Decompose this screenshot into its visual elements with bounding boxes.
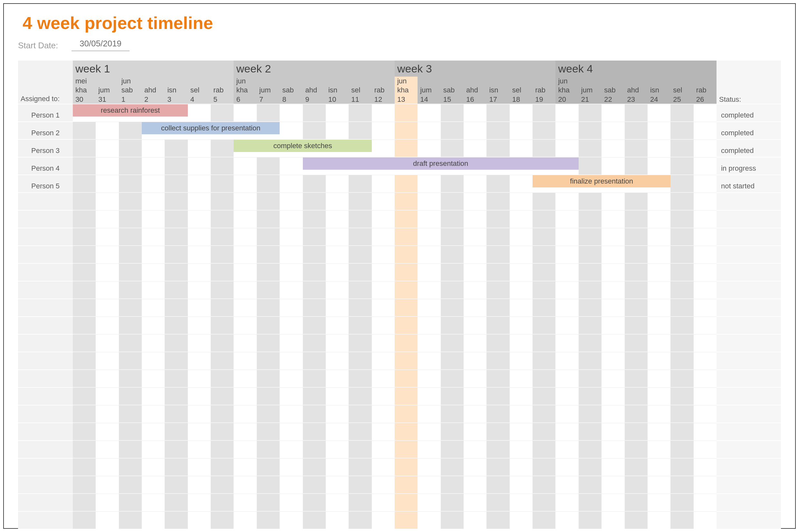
person-label: Person 4 — [18, 157, 73, 174]
day-cell — [119, 210, 142, 228]
dow-cell: sel — [670, 86, 693, 95]
day-cell — [280, 352, 302, 369]
day-cell — [464, 104, 486, 121]
day-cell — [234, 370, 257, 387]
day-cell — [601, 139, 625, 157]
day-cell — [601, 458, 625, 476]
dow-cell: ahd — [464, 86, 486, 95]
day-cell — [694, 458, 717, 476]
day-cell — [119, 263, 142, 281]
start-date-label: Start Date: — [18, 41, 58, 51]
day-cell — [601, 210, 625, 228]
day-cell — [211, 511, 234, 529]
mon-cell — [486, 77, 509, 86]
day-cell — [119, 476, 142, 493]
day-cell — [625, 511, 648, 529]
day-cell — [73, 175, 96, 192]
day-cell — [601, 511, 625, 529]
table-row — [18, 493, 781, 511]
day-cell — [694, 440, 717, 458]
day-cell — [73, 352, 96, 369]
day-cell — [211, 157, 234, 174]
day-cell — [441, 175, 464, 192]
day-cell — [555, 405, 578, 422]
day-cell — [372, 423, 395, 440]
day-cell — [510, 193, 533, 210]
day-cell — [555, 494, 578, 511]
status-cell: not started — [717, 175, 781, 192]
day-cell — [119, 246, 142, 263]
person-label — [18, 440, 73, 458]
table-row: Person 3complete sketchescompleted — [18, 139, 781, 157]
table-row — [18, 228, 781, 245]
day-cell — [486, 387, 509, 405]
day-cell — [694, 387, 717, 405]
day-cell — [188, 494, 211, 511]
day-cell — [257, 228, 280, 245]
day-cell — [142, 494, 165, 511]
day-cell — [372, 281, 395, 299]
day-cell — [486, 104, 509, 121]
day-cell — [326, 423, 349, 440]
day-cell — [625, 317, 648, 334]
day-cell — [73, 511, 96, 529]
table-row — [18, 511, 781, 529]
day-cell — [119, 139, 142, 157]
day-cell — [510, 458, 533, 476]
person-label — [18, 494, 73, 511]
day-cell — [670, 122, 693, 139]
day-cell — [349, 370, 371, 387]
day-cell — [579, 281, 601, 299]
day-cell — [533, 423, 555, 440]
dow-cell: isn — [648, 86, 670, 95]
week-header: week 2 — [234, 60, 395, 77]
status-cell — [717, 246, 781, 263]
day-cell — [96, 210, 118, 228]
header-left-spacer — [18, 86, 73, 95]
day-cell — [441, 263, 464, 281]
day-cell — [417, 193, 441, 210]
start-date-input[interactable]: 30/05/2019 — [72, 39, 130, 51]
day-cell — [555, 370, 578, 387]
day-cell — [625, 334, 648, 352]
day-cell — [165, 334, 187, 352]
day-cell — [188, 263, 211, 281]
day-cell — [372, 458, 395, 476]
day-cell — [625, 193, 648, 210]
day-cell — [280, 423, 302, 440]
day-cell — [349, 281, 371, 299]
person-label — [18, 193, 73, 210]
day-cell — [395, 299, 417, 316]
day-cell — [579, 299, 601, 316]
day-cell — [417, 299, 441, 316]
day-cell — [349, 458, 371, 476]
day-cell — [533, 299, 555, 316]
day-cell — [670, 458, 693, 476]
person-label — [18, 476, 73, 493]
day-cell — [670, 440, 693, 458]
day-cell — [142, 405, 165, 422]
day-cell — [464, 440, 486, 458]
day-cell — [142, 228, 165, 245]
day-cell — [555, 352, 578, 369]
day-cell — [211, 299, 234, 316]
day-cell — [280, 246, 302, 263]
day-cell — [555, 122, 578, 139]
day-cell — [142, 246, 165, 263]
day-cell — [165, 387, 187, 405]
day-cell — [349, 334, 371, 352]
mon-cell — [579, 77, 601, 86]
day-cell — [694, 193, 717, 210]
day-cell — [73, 387, 96, 405]
header-right-spacer — [717, 77, 781, 86]
day-cell — [510, 263, 533, 281]
day-cell — [579, 263, 601, 281]
day-cell — [349, 352, 371, 369]
table-row — [18, 263, 781, 281]
day-cell — [303, 511, 326, 529]
day-cell — [533, 334, 555, 352]
day-cell — [372, 511, 395, 529]
day-cell — [188, 157, 211, 174]
person-label — [18, 228, 73, 245]
day-cell — [625, 139, 648, 157]
